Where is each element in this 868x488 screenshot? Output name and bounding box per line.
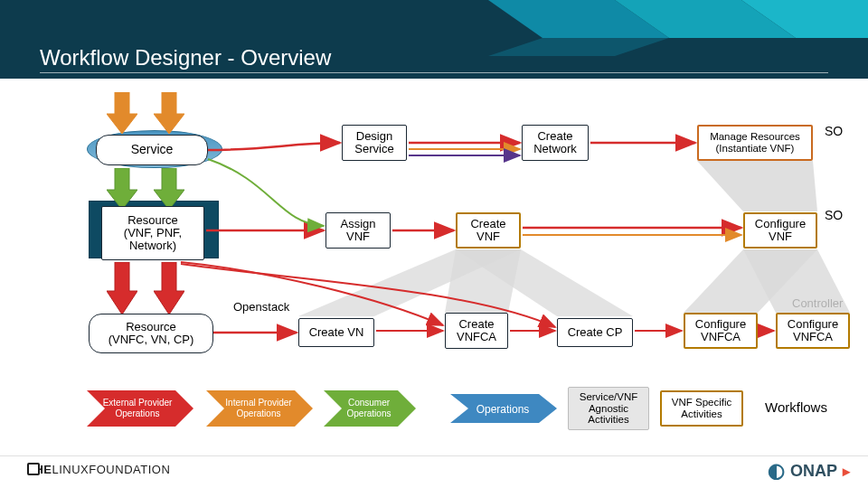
resource2-box: Resource (VNFC, VN, CP) <box>89 314 213 353</box>
svg-marker-9 <box>154 262 184 314</box>
svg-marker-3 <box>488 38 669 56</box>
linux-foundation-logo: THELINUXFOUNDATION <box>27 463 170 476</box>
svg-marker-10 <box>697 161 817 211</box>
configure-vnfca-right-box: Configure VNFCA <box>776 313 850 349</box>
design-service-box: Design Service <box>342 125 407 161</box>
title-strip: Workflow Designer - Overview <box>0 38 868 79</box>
so-label-row1: SO <box>825 124 843 138</box>
create-network-box: Create Network <box>522 125 589 161</box>
svg-text:Operations: Operations <box>237 408 281 418</box>
svg-marker-6 <box>107 168 137 210</box>
create-vnf-box: Create VNF <box>456 212 521 249</box>
manage-resources-box: Manage Resources (Instantiate VNF) <box>697 125 813 161</box>
svg-marker-11 <box>456 249 633 316</box>
title-rule <box>40 72 828 73</box>
arrow-down-to-resource2-2 <box>154 262 184 318</box>
create-vn-box: Create VN <box>298 318 374 347</box>
svg-marker-5 <box>154 92 184 134</box>
svg-text:Operations: Operations <box>476 403 530 416</box>
legend-consumer-arrow: Consumer Operations <box>324 390 416 427</box>
create-cp-box: Create CP <box>557 318 633 347</box>
arrow-down-to-resource2-1 <box>107 262 137 318</box>
resource1-box: Resource (VNF, PNF, Network) <box>101 206 204 260</box>
svg-text:Operations: Operations <box>116 408 160 418</box>
service-box: Service <box>96 135 208 165</box>
openstack-label: Openstack <box>233 300 289 314</box>
legend-vnf-specific-box: VNF Specific Activities <box>660 390 743 427</box>
svg-text:Operations: Operations <box>347 408 392 418</box>
top-bar-shapes <box>488 0 868 38</box>
legend-workflows-label: Workflows <box>765 399 827 415</box>
svg-marker-12 <box>445 249 521 313</box>
svg-text:Consumer: Consumer <box>348 398 391 408</box>
legend-svc-agnostic-box: Service/VNF Agnostic Activities <box>568 387 649 430</box>
legend-operations-arrow: Operations <box>450 394 557 423</box>
svg-text:External  Provider: External Provider <box>103 398 173 408</box>
svg-marker-4 <box>107 92 137 134</box>
arrow-down-to-service-1 <box>107 92 137 137</box>
assign-vnf-box: Assign VNF <box>326 212 391 249</box>
legend-external-arrow: External Provider Operations <box>87 390 193 427</box>
configure-vnfca-left-box: Configure VNFCA <box>684 313 758 349</box>
onap-logo: ◐ONAP▸ <box>768 459 850 483</box>
create-vnfca-box: Create VNFCA <box>445 313 508 349</box>
so-label-row2: SO <box>825 208 843 222</box>
top-bar <box>0 0 868 38</box>
svg-marker-8 <box>107 262 137 314</box>
legend-internal-arrow: Internal Provider Operations <box>206 390 313 427</box>
arrow-down-to-service-2 <box>154 92 184 137</box>
configure-vnf-box: Configure VNF <box>743 212 817 249</box>
controller-label: Controller <box>792 296 843 310</box>
svg-marker-7 <box>154 168 184 210</box>
page-title: Workflow Designer - Overview <box>40 45 331 70</box>
svg-text:Internal Provider: Internal Provider <box>225 398 292 408</box>
svg-marker-13 <box>298 249 521 316</box>
footer: THELINUXFOUNDATION ◐ONAP▸ <box>0 455 868 488</box>
